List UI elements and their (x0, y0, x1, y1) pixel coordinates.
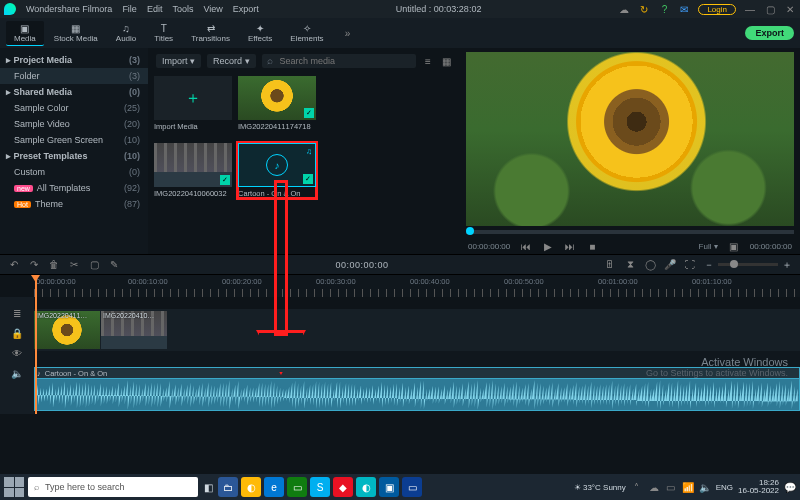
mixer-icon[interactable]: 🎚 (604, 259, 616, 271)
start-button[interactable] (4, 477, 24, 497)
zoom-slider[interactable]: －＋ (704, 258, 792, 272)
tb-ico-chrome[interactable]: ◐ (241, 477, 261, 497)
sidebar-item-custom[interactable]: Custom(0) (0, 164, 148, 180)
tb-ico-app1[interactable]: ◆ (333, 477, 353, 497)
tray-chevron-icon[interactable]: ˄ (631, 481, 643, 493)
tray-volume-icon[interactable]: 🔈 (699, 481, 711, 493)
tb-ico-app3[interactable]: ▭ (402, 477, 422, 497)
timeline-ruler[interactable]: 00:00:00:00 00:00:10:00 00:00:20:00 00:0… (34, 275, 800, 297)
play-icon[interactable]: ▶ (542, 240, 554, 252)
window-minimize-icon[interactable]: — (744, 3, 756, 15)
audio-clip-label: Cartoon - On & On (45, 369, 108, 378)
track-lock-icon[interactable]: 🔒 (11, 327, 23, 339)
help-icon[interactable]: ? (658, 3, 670, 15)
preview-fit-mode[interactable]: Full ▾ (699, 242, 718, 251)
snapshot-icon[interactable]: ▣ (728, 240, 740, 252)
record-dropdown[interactable]: Record ▾ (207, 54, 256, 68)
preview-scrubber[interactable] (466, 230, 794, 234)
delete-icon[interactable]: 🗑 (48, 259, 60, 271)
tb-ico-explorer[interactable]: 🗀 (218, 477, 238, 497)
preview-canvas[interactable] (466, 52, 794, 226)
prev-frame-icon[interactable]: ⏮ (520, 240, 532, 252)
media-search (262, 54, 416, 68)
login-button[interactable]: Login (698, 4, 736, 15)
menu-view[interactable]: View (203, 4, 222, 14)
video-clip-1[interactable]: IMG20220411… (34, 311, 100, 349)
tab-effects[interactable]: ✦Effects (240, 21, 280, 45)
tray-notifications-icon[interactable]: 💬 (784, 481, 796, 493)
tray-wifi-icon[interactable]: 📶 (682, 481, 694, 493)
tb-ico-edge[interactable]: e (264, 477, 284, 497)
tb-ico-store[interactable]: ▭ (287, 477, 307, 497)
menu-export[interactable]: Export (233, 4, 259, 14)
tb-ico-skype[interactable]: S (310, 477, 330, 497)
menu-file[interactable]: File (122, 4, 137, 14)
window-maximize-icon[interactable]: ▢ (764, 3, 776, 15)
audio-waveform[interactable] (34, 379, 800, 411)
track-mute-icon[interactable]: 🔈 (11, 367, 23, 379)
video-track-1[interactable]: IMG20220411… IMG20220410… (34, 309, 800, 351)
timeline-playhead[interactable] (35, 275, 37, 414)
stop-icon[interactable]: ■ (586, 240, 598, 252)
tab-stock-media[interactable]: ▦Stock Media (46, 21, 106, 45)
track-eye-icon[interactable]: 👁 (11, 347, 23, 359)
menu-edit[interactable]: Edit (147, 4, 163, 14)
view-grid-icon[interactable]: ▦ (440, 55, 452, 67)
thumb-import-media[interactable]: ＋ Import Media (154, 76, 232, 131)
app-name: Wondershare Filmora (26, 4, 112, 14)
sidebar-item-sample-video[interactable]: Sample Video(20) (0, 116, 148, 132)
tray-battery-icon[interactable]: ▭ (665, 481, 677, 493)
marker-icon[interactable]: ⧗ (624, 259, 636, 271)
menu-tools[interactable]: Tools (172, 4, 193, 14)
message-icon[interactable]: ✉ (678, 3, 690, 15)
sidebar-item-all-templates[interactable]: newAll Templates(92) (0, 180, 148, 196)
titles-icon: T (158, 23, 170, 33)
thumb-audio-cartoon[interactable]: ♫ ♪ ✓ Cartoon - On & On (238, 143, 316, 198)
preview-time-right: 00:00:00:00 (750, 242, 792, 251)
tray-language[interactable]: ENG (716, 483, 733, 492)
render-icon[interactable]: ◯ (644, 259, 656, 271)
tab-elements[interactable]: ✧Elements (282, 21, 331, 45)
media-icon: ▣ (19, 23, 31, 33)
sidebar-item-theme[interactable]: HotTheme(87) (0, 196, 148, 212)
more-tabs-icon[interactable]: » (342, 27, 354, 39)
sidebar-item-sample-color[interactable]: Sample Color(25) (0, 100, 148, 116)
tb-ico-app2[interactable]: ▣ (379, 477, 399, 497)
taskbar-search[interactable]: ⌕Type here to search (28, 477, 198, 497)
task-view-icon[interactable]: ◧ (202, 481, 214, 493)
tray-clock[interactable]: 18:2616-05-2022 (738, 479, 779, 496)
tab-titles[interactable]: TTitles (146, 21, 181, 45)
thumb-img-fence[interactable]: ✓ IMG20220410060032 (154, 143, 232, 198)
sidebar-item-sample-green-screen[interactable]: Sample Green Screen(10) (0, 132, 148, 148)
zoom-fit-icon[interactable]: ⛶ (684, 259, 696, 271)
tray-weather[interactable]: ☀ 33°C Sunny (574, 483, 626, 492)
crop-icon[interactable]: ▢ (88, 259, 100, 271)
export-button[interactable]: Export (745, 26, 794, 40)
thumb-img-sunflower[interactable]: ✓ IMG20220411174718 (238, 76, 316, 131)
split-icon[interactable]: ✂ (68, 259, 80, 271)
tab-audio[interactable]: ♫Audio (108, 21, 144, 45)
tray-onedrive-icon[interactable]: ☁ (648, 481, 660, 493)
sidebar-item-folder[interactable]: Folder(3) (0, 68, 148, 84)
sidebar-item-preset-templates[interactable]: ▸ Preset Templates(10) (0, 148, 148, 164)
undo-icon[interactable]: ↶ (8, 259, 20, 271)
redo-icon[interactable]: ↷ (28, 259, 40, 271)
sidebar-item-shared-media[interactable]: ▸ Shared Media(0) (0, 84, 148, 100)
sort-icon[interactable]: ≡ (422, 55, 434, 67)
sync-icon[interactable]: ↻ (638, 3, 650, 15)
track-manage-icon[interactable]: ≣ (11, 307, 23, 319)
next-frame-icon[interactable]: ⏭ (564, 240, 576, 252)
tb-ico-filmora[interactable]: ◐ (356, 477, 376, 497)
import-dropdown[interactable]: Import ▾ (156, 54, 201, 68)
edit-icon[interactable]: ✎ (108, 259, 120, 271)
tab-media[interactable]: ▣Media (6, 21, 44, 46)
sidebar-item-project-media[interactable]: ▸ Project Media(3) (0, 52, 148, 68)
scrubber-handle-icon[interactable] (466, 227, 474, 235)
video-clip-2[interactable]: IMG20220410… (101, 311, 167, 349)
window-close-icon[interactable]: ✕ (784, 3, 796, 15)
media-search-input[interactable] (262, 54, 416, 68)
tab-transitions[interactable]: ⇄Transitions (183, 21, 238, 45)
cloud-icon[interactable]: ☁ (618, 3, 630, 15)
preview-image-sunflower (466, 52, 794, 226)
voiceover-icon[interactable]: 🎤 (664, 259, 676, 271)
